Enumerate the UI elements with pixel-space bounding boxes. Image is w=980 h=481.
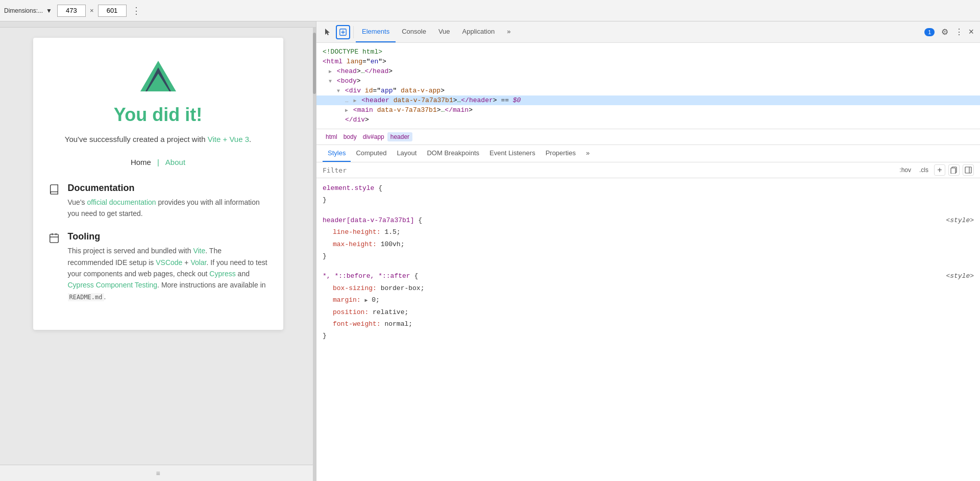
header-max-height: max-height: 100vh;	[323, 238, 974, 250]
filter-bar: :hov .cls +	[316, 162, 980, 178]
app-card: You did it! You've successfully created …	[33, 38, 283, 330]
dom-div-close[interactable]: </div>	[316, 115, 980, 125]
dom-header[interactable]: … ▶ <header data-v-7a7a37b1>…</header> =…	[316, 95, 980, 105]
vite-link[interactable]: Vite +	[208, 135, 228, 143]
tab-more-styles[interactable]: »	[581, 145, 595, 162]
cypress-ct-link[interactable]: Cypress Component Testing	[68, 281, 158, 289]
tab-vue[interactable]: Vue	[432, 21, 456, 42]
toggle-sidebar-button[interactable]	[963, 164, 974, 176]
svg-rect-9	[951, 168, 955, 174]
devtools-panel: Elements Console Vue Application » 1 ⚙ ⋮…	[316, 21, 980, 481]
breadcrumb-divapp[interactable]: div#app	[360, 132, 387, 141]
resize-handle-icon[interactable]: ≡	[156, 469, 160, 477]
element-style-block: element.style { }	[323, 182, 974, 206]
element-style-close: }	[323, 194, 974, 206]
doc-content: Documentation Vue's official documentati…	[68, 183, 268, 220]
dimensions-arrow[interactable]: ▼	[46, 7, 52, 14]
tab-layout[interactable]: Layout	[391, 145, 422, 162]
app-subtitle: You've successfully created a project wi…	[48, 134, 268, 146]
preview-bottom-bar: ≡	[0, 465, 316, 481]
tab-elements[interactable]: Elements	[356, 21, 396, 42]
tab-dom-breakpoints[interactable]: DOM Breakpoints	[422, 145, 484, 162]
box-sizing-line: box-sizing: border-box;	[323, 282, 974, 294]
close-devtools-button[interactable]: ×	[966, 27, 976, 37]
vscode-link[interactable]: VSCode	[156, 258, 182, 267]
tab-computed[interactable]: Computed	[351, 145, 391, 162]
element-style-selector: element.style {	[323, 182, 974, 194]
tool-content: Tooling This project is served and bundl…	[68, 231, 268, 302]
volar-link[interactable]: Volar	[190, 258, 206, 267]
tab-divider	[353, 26, 354, 38]
cypress-link[interactable]: Cypress	[209, 270, 235, 278]
cursor-tool-icon[interactable]	[321, 25, 335, 39]
tooling-section: Tooling This project is served and bundl…	[48, 231, 268, 302]
dom-html[interactable]: <html lang="en">	[316, 57, 980, 66]
tab-properties[interactable]: Properties	[541, 145, 581, 162]
tool-text: This project is served and bundled with …	[68, 245, 268, 302]
add-rule-button[interactable]: +	[934, 164, 945, 176]
position-line: position: relative;	[323, 306, 974, 318]
official-docs-link[interactable]: official documentation	[87, 198, 156, 206]
settings-icon[interactable]: ⚙	[938, 25, 952, 39]
margin-line: margin: ▶ 0;	[323, 294, 974, 306]
css-rules-panel: element.style { } header[data-v-7a7a37b1…	[316, 178, 980, 481]
main-area: You did it! You've successfully created …	[0, 21, 980, 481]
vertical-scrollbar[interactable]	[313, 28, 316, 481]
more-options-icon[interactable]: ⋮	[952, 25, 966, 39]
notification-badge: 1	[924, 28, 935, 36]
breadcrumb: html body div#app header	[316, 129, 980, 145]
tab-event-listeners[interactable]: Event Listeners	[484, 145, 541, 162]
nav-home-link[interactable]: Home	[125, 158, 157, 166]
breadcrumb-body[interactable]: body	[340, 132, 360, 141]
tab-application[interactable]: Application	[456, 21, 501, 42]
dom-body[interactable]: ▼ <body>	[316, 76, 980, 86]
doc-text: Vue's official documentation provides yo…	[68, 197, 268, 220]
dimension-x: ×	[90, 7, 94, 14]
toolbar-more-icon[interactable]: ⋮	[132, 5, 141, 16]
header-block-close: }	[323, 250, 974, 262]
breadcrumb-html[interactable]: html	[323, 132, 340, 141]
nav-links: Home | About	[48, 158, 268, 166]
preview-panel: You did it! You've successfully created …	[0, 21, 316, 481]
tab-more[interactable]: »	[501, 21, 517, 42]
inspect-mode-button[interactable]	[336, 25, 350, 39]
logo-container	[48, 58, 268, 94]
app-title: You did it!	[48, 104, 268, 126]
svg-rect-10	[965, 167, 971, 173]
documentation-section: Documentation Vue's official documentati…	[48, 183, 268, 220]
universal-style-block: *, *::before, *::after { <style> box-siz…	[323, 270, 974, 342]
preview-content: You did it! You've successfully created …	[0, 28, 316, 465]
dom-main[interactable]: ▶ <main data-v-7a7a37b1>…</main>	[316, 105, 980, 115]
width-input[interactable]	[57, 5, 86, 17]
dom-doctype[interactable]: <!DOCTYPE html>	[316, 47, 980, 57]
filter-input[interactable]	[323, 166, 897, 174]
copy-styles-button[interactable]	[948, 164, 960, 176]
tool-title: Tooling	[68, 231, 268, 242]
vite-link2[interactable]: Vite	[193, 247, 205, 255]
breadcrumb-header[interactable]: header	[387, 132, 412, 141]
dom-div-app[interactable]: ▼ <div id="app" data-v-app>	[316, 86, 980, 95]
devtools-tab-bar: Elements Console Vue Application » 1 ⚙ ⋮…	[316, 21, 980, 43]
header-line-height: line-height: 1.5;	[323, 226, 974, 238]
pseudo-hov-button[interactable]: :hov	[897, 165, 914, 175]
scrollbar-thumb[interactable]	[313, 33, 316, 94]
universal-selector-line: *, *::before, *::after { <style>	[323, 270, 974, 282]
pseudo-cls-button[interactable]: .cls	[917, 165, 931, 175]
header-selector-line: header[data-v-7a7a37b1] { <style>	[323, 214, 974, 226]
dom-tree: <!DOCTYPE html> <html lang="en"> ▶ <head…	[316, 43, 980, 129]
tab-styles[interactable]: Styles	[323, 145, 351, 162]
tab-console[interactable]: Console	[396, 21, 432, 42]
nav-about-link[interactable]: About	[159, 158, 191, 166]
book-icon	[48, 184, 60, 198]
svg-rect-3	[50, 234, 58, 243]
vue3-link[interactable]: Vue 3	[229, 135, 249, 143]
universal-block-close: }	[323, 330, 974, 342]
height-input[interactable]	[98, 5, 127, 17]
filter-actions: :hov .cls +	[897, 164, 974, 176]
dom-head[interactable]: ▶ <head>…</head>	[316, 66, 980, 76]
tooling-icon	[48, 232, 60, 247]
subtitle-text: You've successfully created a project wi…	[65, 135, 206, 143]
header-style-block: header[data-v-7a7a37b1] { <style> line-h…	[323, 214, 974, 262]
top-toolbar: Dimensions:... ▼ × ⋮	[0, 0, 980, 21]
dimensions-label: Dimensions:...	[4, 7, 43, 14]
